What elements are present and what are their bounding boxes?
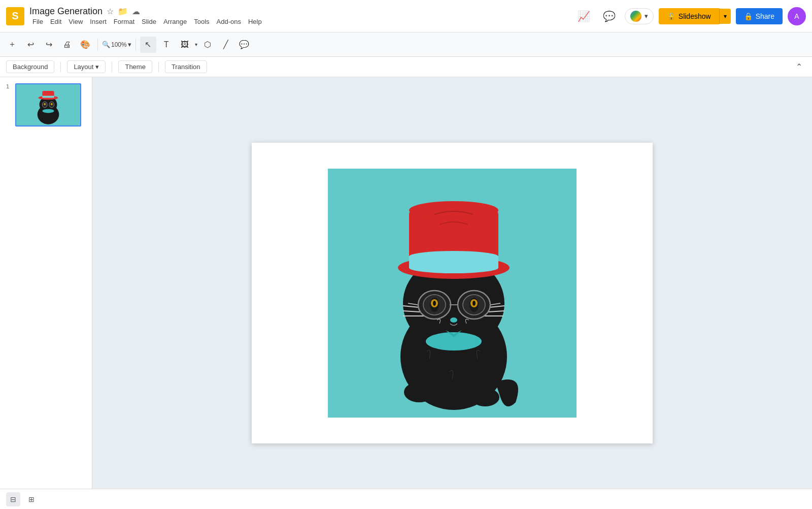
list-view-btn[interactable]: ⊟ [6,492,20,506]
comments-icon-btn[interactable]: 💬 [599,6,620,26]
slideshow-label: Slideshow [679,12,711,20]
document-title[interactable]: Image Generation [29,6,103,17]
slide-thumb-1[interactable] [15,83,81,126]
paint-format-btn[interactable]: 🎨 [77,37,93,53]
slide-thumb-svg [16,83,80,126]
list-view-icon: ⊟ [10,495,16,503]
menu-view[interactable]: View [65,17,86,26]
image-btn[interactable]: 🖼 [177,37,193,53]
star-icon[interactable]: ☆ [107,7,114,16]
share-label: Share [756,12,774,20]
toolbar-separator-1 [97,39,98,51]
slide-number-1: 1 [6,83,12,89]
app-icon-char: S [12,10,18,22]
menu-addons[interactable]: Add-ons [214,17,244,26]
svg-point-36 [472,301,476,306]
svg-rect-5 [42,96,54,98]
slideshow-btn-group: 🔒 Slideshow ▾ [659,8,731,24]
slide-canvas[interactable] [252,143,653,443]
slideshow-dropdown-arrow[interactable]: ▾ [719,9,731,24]
layout-button[interactable]: Layout ▾ [67,60,106,73]
undo-btn[interactable]: ↩ [22,37,39,53]
menu-tools[interactable]: Tools [191,17,212,26]
canvas-area[interactable] [92,77,812,509]
theme-label: Theme [125,63,145,71]
bottom-bar: ⊟ ⊞ [0,489,812,509]
add-slide-btn[interactable]: ＋ [4,37,20,53]
zoom-control[interactable]: 🔍 100% ▾ [102,41,131,48]
zoom-icon: 🔍 [102,41,110,48]
lock-icon: 🔒 [667,12,675,20]
redo-btn[interactable]: ↪ [41,37,57,53]
meet-icon [630,11,641,22]
svg-point-30 [433,301,436,306]
menu-slide[interactable]: Slide [139,17,159,26]
slide-panel: 1 [0,77,92,509]
svg-point-37 [450,317,457,323]
grid-view-icon: ⊞ [28,495,35,503]
user-avatar[interactable]: A [788,7,806,25]
sec-separator-1 [60,62,61,72]
svg-point-10 [51,103,53,105]
slide-image[interactable] [328,169,577,418]
share-lock-icon: 🔒 [744,12,753,20]
folder-icon[interactable]: 📁 [118,7,128,16]
text-tool-btn[interactable]: T [158,37,175,53]
select-tool-btn[interactable]: ↖ [140,37,156,53]
transition-label: Transition [172,63,200,71]
menu-edit[interactable]: Edit [47,17,64,26]
menu-insert[interactable]: Insert [87,17,110,26]
comment-btn[interactable]: 💬 [236,37,252,53]
svg-point-40 [409,201,498,219]
grid-view-btn[interactable]: ⊞ [24,492,39,506]
meet-button[interactable]: ▾ [625,8,654,24]
sec-separator-2 [112,62,112,72]
background-button[interactable]: Background [6,60,54,73]
svg-point-14 [471,388,499,406]
svg-point-6 [42,109,54,113]
print-btn[interactable]: 🖨 [59,37,75,53]
menu-help[interactable]: Help [245,17,265,26]
background-label: Background [13,63,48,71]
activity-icon-btn[interactable]: 📈 [574,6,594,26]
menu-file[interactable]: File [29,17,46,26]
cat-illustration [328,169,577,418]
toolbar-separator-2 [136,39,136,51]
sec-separator-3 [158,62,159,72]
svg-point-42 [409,251,498,262]
image-dropdown-arrow[interactable]: ▾ [195,42,197,47]
svg-point-43 [409,262,498,273]
title-area: Image Generation ☆ 📁 ☁ File Edit View In… [29,6,265,26]
topbar-right: 📈 💬 ▾ 🔒 Slideshow ▾ 🔒 Share A [574,6,806,26]
zoom-value: 100% [111,41,127,48]
zoom-arrow: ▾ [128,41,131,48]
cloud-icon[interactable]: ☁ [132,7,140,16]
meet-label: ▾ [645,12,648,20]
main-area: 1 [0,77,812,509]
svg-point-13 [404,382,434,402]
transition-button[interactable]: Transition [165,60,207,73]
menu-arrange[interactable]: Arrange [160,17,190,26]
line-btn[interactable]: ╱ [218,37,234,53]
collapse-toolbar-btn[interactable]: ⌃ [792,60,806,74]
layout-label: Layout [74,63,93,71]
secondary-toolbar: Background Layout ▾ Theme Transition ⌃ [0,57,812,77]
app-icon: S [6,7,24,25]
slide-thumbnail-1[interactable]: 1 [4,81,88,129]
svg-point-9 [44,103,46,105]
share-button[interactable]: 🔒 Share [736,8,783,24]
main-toolbar: ＋ ↩ ↪ 🖨 🎨 🔍 100% ▾ ↖ T 🖼 ▾ ⬡ ╱ 💬 [0,33,812,57]
layout-arrow-icon: ▾ [95,63,99,71]
top-bar: S Image Generation ☆ 📁 ☁ File Edit View … [0,0,812,33]
slide-thumb-inner-1 [16,84,80,125]
shape-btn[interactable]: ⬡ [199,37,216,53]
menu-bar: File Edit View Insert Format Slide Arran… [29,17,265,26]
theme-button[interactable]: Theme [118,60,152,73]
menu-format[interactable]: Format [111,17,138,26]
slideshow-button[interactable]: 🔒 Slideshow [659,8,719,24]
